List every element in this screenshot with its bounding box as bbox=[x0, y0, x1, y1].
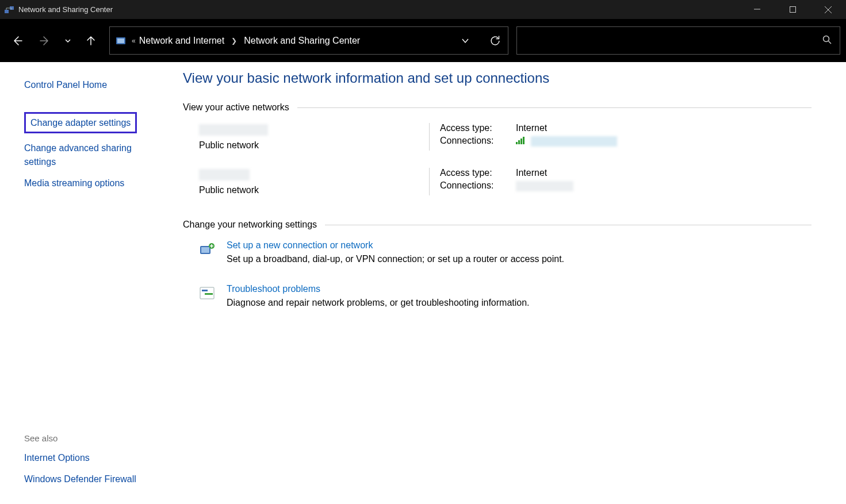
svg-rect-11 bbox=[201, 247, 209, 253]
network-name-redacted bbox=[199, 124, 268, 136]
network-type: Public network bbox=[199, 185, 429, 195]
troubleshoot-link[interactable]: Troubleshoot problems bbox=[227, 284, 320, 294]
network-row: Public network Access type: Internet Con… bbox=[199, 123, 811, 151]
search-bar[interactable] bbox=[516, 26, 840, 55]
app-icon bbox=[5, 5, 14, 14]
sidebar-change-adapter-settings[interactable]: Change adapter settings bbox=[24, 112, 137, 133]
access-type-label: Access type: bbox=[440, 168, 516, 178]
change-settings-header: Change your networking settings bbox=[183, 220, 811, 230]
titlebar: Network and Sharing Center bbox=[0, 0, 846, 19]
wifi-signal-icon bbox=[516, 136, 526, 144]
access-type-label: Access type: bbox=[440, 123, 516, 133]
connection-name-redacted bbox=[531, 136, 617, 147]
sidebar-internet-options[interactable]: Internet Options bbox=[24, 451, 161, 464]
sidebar-change-advanced-sharing[interactable]: Change advanced sharing settings bbox=[24, 141, 161, 168]
chevron-right-icon: ❯ bbox=[231, 37, 237, 45]
network-row: Public network Access type: Internet Con… bbox=[199, 168, 811, 195]
connections-label: Connections: bbox=[440, 136, 516, 147]
access-type-value: Internet bbox=[516, 123, 547, 133]
setup-connection-item: Set up a new connection or network Set u… bbox=[199, 240, 811, 264]
content-pane: View your basic network information and … bbox=[173, 62, 846, 504]
see-also-header: See also bbox=[24, 433, 161, 443]
svg-rect-3 bbox=[790, 7, 795, 13]
sidebar-control-panel-home[interactable]: Control Panel Home bbox=[24, 78, 161, 91]
close-button[interactable] bbox=[810, 0, 846, 19]
back-button[interactable] bbox=[6, 29, 29, 52]
forward-button[interactable] bbox=[33, 29, 56, 52]
connections-label: Connections: bbox=[440, 180, 516, 191]
minimize-button[interactable] bbox=[739, 0, 775, 19]
recent-locations-dropdown[interactable] bbox=[61, 29, 75, 52]
access-type-value: Internet bbox=[516, 168, 547, 178]
svg-point-8 bbox=[824, 36, 829, 42]
search-icon[interactable] bbox=[822, 35, 832, 46]
network-name-redacted bbox=[199, 169, 250, 180]
setup-connection-icon bbox=[199, 241, 216, 259]
refresh-button[interactable] bbox=[483, 27, 508, 54]
window-title: Network and Sharing Center bbox=[18, 5, 113, 14]
sidebar-windows-defender-firewall[interactable]: Windows Defender Firewall bbox=[24, 472, 161, 486]
troubleshoot-icon bbox=[199, 285, 216, 302]
troubleshoot-item: Troubleshoot problems Diagnose and repai… bbox=[199, 284, 811, 308]
address-bar[interactable]: « Network and Internet ❯ Network and Sha… bbox=[109, 26, 508, 55]
maximize-button[interactable] bbox=[775, 0, 810, 19]
active-networks-header: View your active networks bbox=[183, 102, 811, 113]
address-history-dropdown[interactable] bbox=[453, 27, 478, 54]
page-title: View your basic network information and … bbox=[183, 70, 811, 86]
network-type: Public network bbox=[199, 140, 429, 151]
troubleshoot-desc: Diagnose and repair network problems, or… bbox=[227, 298, 530, 307]
up-button[interactable] bbox=[79, 29, 102, 52]
svg-rect-15 bbox=[205, 293, 213, 295]
control-panel-icon bbox=[114, 34, 127, 47]
sidebar: Control Panel Home Change adapter settin… bbox=[0, 62, 173, 504]
sidebar-media-streaming-options[interactable]: Media streaming options bbox=[24, 176, 161, 190]
breadcrumb-overflow-icon[interactable]: « bbox=[132, 37, 135, 45]
connections-value[interactable] bbox=[516, 136, 617, 147]
svg-rect-14 bbox=[202, 290, 208, 291]
breadcrumb-leaf[interactable]: Network and Sharing Center bbox=[244, 36, 360, 46]
svg-rect-7 bbox=[117, 39, 124, 43]
svg-line-9 bbox=[829, 41, 832, 44]
setup-connection-link[interactable]: Set up a new connection or network bbox=[227, 240, 373, 251]
connection-name-redacted bbox=[516, 181, 573, 191]
search-input[interactable] bbox=[517, 36, 822, 45]
svg-rect-0 bbox=[5, 10, 9, 13]
breadcrumb-root[interactable]: Network and Internet bbox=[139, 36, 225, 46]
connections-value[interactable] bbox=[516, 180, 573, 191]
setup-connection-desc: Set up a broadband, dial-up, or VPN conn… bbox=[227, 254, 564, 264]
navigation-toolbar: « Network and Internet ❯ Network and Sha… bbox=[0, 19, 846, 62]
window-controls bbox=[739, 0, 846, 19]
